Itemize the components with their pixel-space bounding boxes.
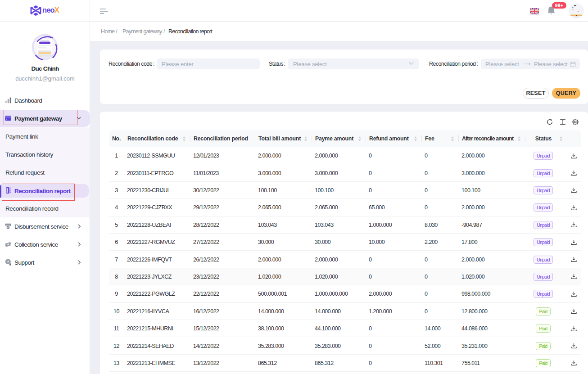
svg-text:?: ? — [7, 260, 9, 264]
